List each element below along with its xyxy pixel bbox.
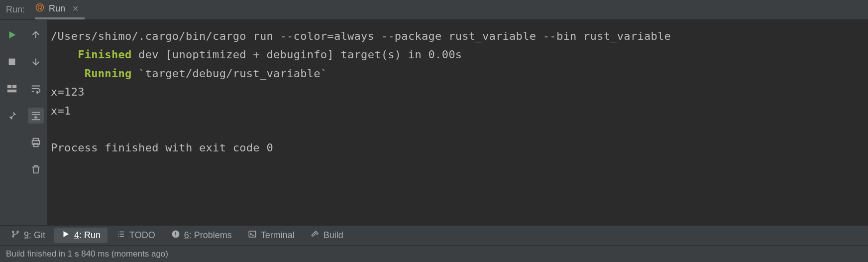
console-command-line: /Users/shimo/.cargo/bin/cargo run --colo…	[51, 30, 671, 42]
console-actions-toolbar	[24, 20, 48, 225]
console-stdout-line: x=123	[51, 86, 85, 98]
rerun-button[interactable]	[4, 27, 20, 43]
tool-tab-git[interactable]: 9: Git	[4, 228, 52, 243]
stop-button[interactable]	[4, 54, 20, 70]
tool-tab-todo[interactable]: TODO	[109, 228, 162, 243]
close-icon[interactable]: ✕	[72, 4, 79, 13]
svg-rect-15	[249, 231, 256, 237]
tool-tab-label: Build	[324, 230, 343, 241]
scroll-to-end-button[interactable]	[28, 108, 44, 124]
console-stdout-line: x=1	[51, 105, 71, 117]
tool-tab-label: TODO	[129, 230, 155, 241]
list-icon	[116, 230, 125, 241]
svg-rect-14	[175, 236, 176, 237]
soft-wrap-button[interactable]	[28, 81, 44, 97]
status-message: Build finished in 1 s 840 ms (moments ag…	[6, 249, 168, 259]
run-panel-body: /Users/shimo/.cargo/bin/cargo run --colo…	[0, 20, 868, 225]
console-exit-line: Process finished with exit code 0	[51, 141, 273, 154]
svg-point-11	[17, 231, 18, 233]
svg-rect-5	[7, 90, 16, 93]
pin-button[interactable]	[4, 108, 20, 124]
scroll-up-button[interactable]	[28, 27, 44, 43]
layout-button[interactable]	[4, 81, 20, 97]
run-panel-header: Run: Run ✕	[0, 0, 868, 20]
play-icon	[61, 230, 70, 241]
warning-icon	[171, 230, 180, 241]
print-button[interactable]	[28, 134, 44, 150]
tool-window-bar: 9: Git 4: Run TODO 6: Problems Terminal …	[0, 225, 868, 245]
tool-tab-problems[interactable]: 6: Problems	[164, 228, 239, 243]
svg-rect-3	[7, 85, 11, 88]
tool-tab-label: Terminal	[261, 230, 295, 241]
svg-point-9	[12, 231, 14, 233]
tool-tab-build[interactable]: Build	[304, 228, 350, 243]
terminal-icon	[248, 230, 257, 241]
tab-label: Run	[49, 3, 65, 14]
rust-icon	[35, 2, 45, 15]
git-branch-icon	[11, 230, 20, 241]
tool-tab-label: 6: Problems	[184, 230, 232, 241]
svg-rect-2	[9, 59, 15, 65]
svg-rect-4	[12, 85, 16, 88]
svg-rect-13	[175, 232, 176, 235]
tool-tab-terminal[interactable]: Terminal	[241, 228, 302, 243]
scroll-down-button[interactable]	[28, 54, 44, 70]
console-running-text: `target/debug/rust_variable`	[132, 67, 327, 80]
console-output[interactable]: /Users/shimo/.cargo/bin/cargo run --colo…	[48, 20, 868, 225]
console-finished-text: dev [unoptimized + debuginfo] target(s) …	[132, 48, 462, 61]
tool-tab-run[interactable]: 4: Run	[54, 228, 108, 243]
tool-tab-label: 4: Run	[74, 230, 101, 241]
run-config-tab[interactable]: Run ✕	[35, 0, 85, 19]
hammer-icon	[311, 230, 320, 241]
run-actions-toolbar	[0, 20, 24, 225]
svg-point-10	[12, 236, 14, 237]
clear-all-button[interactable]	[28, 161, 44, 177]
tool-tab-label: 9: Git	[24, 230, 45, 241]
console-finished-keyword: Finished	[78, 48, 131, 61]
console-running-keyword: Running	[85, 67, 132, 80]
status-bar: Build finished in 1 s 840 ms (moments ag…	[0, 245, 868, 262]
panel-title: Run:	[6, 4, 25, 15]
